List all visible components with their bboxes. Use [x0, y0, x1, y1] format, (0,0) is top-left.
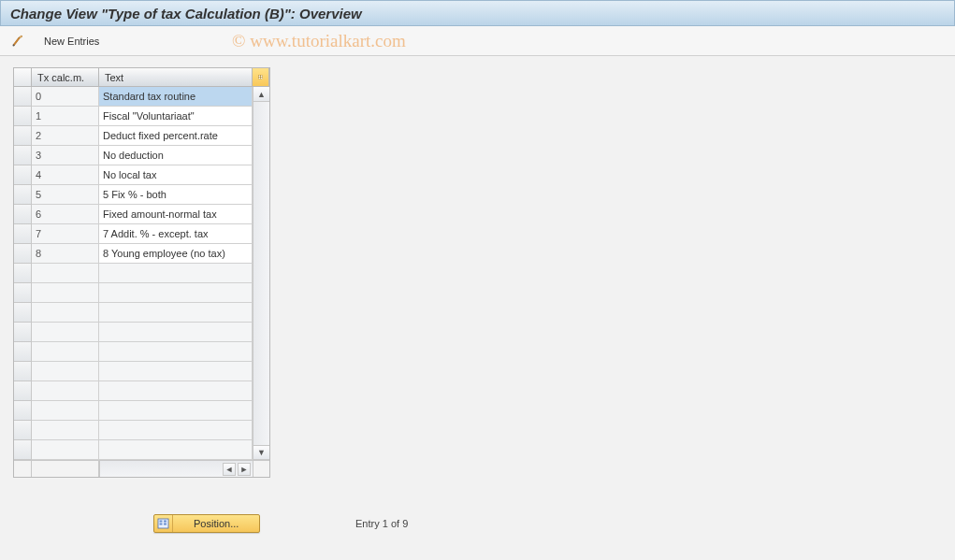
cell-text[interactable]: No local tax [99, 165, 253, 185]
cell-method[interactable] [32, 440, 99, 460]
title-bar: Change View "Type of tax Calculation (B)… [0, 0, 955, 26]
table-row: 1Fiscal "Voluntariaat" [14, 107, 253, 126]
cell-method[interactable]: 7 [32, 224, 99, 244]
cell-text[interactable] [99, 401, 253, 421]
scroll-left-button[interactable]: ◄ [223, 463, 236, 476]
table-row [14, 421, 253, 440]
scroll-track[interactable] [253, 102, 269, 445]
svg-rect-4 [261, 78, 263, 79]
svg-rect-9 [164, 524, 166, 525]
row-selector[interactable] [14, 205, 32, 224]
svg-rect-7 [160, 524, 163, 525]
cell-text[interactable] [99, 440, 253, 460]
table-row: 77 Addit. % - except. tax [14, 224, 253, 244]
row-selector[interactable] [14, 264, 32, 283]
cell-text[interactable] [99, 342, 253, 362]
cell-method[interactable] [32, 303, 99, 323]
toggle-display-icon[interactable] [7, 31, 30, 51]
cell-text[interactable]: 5 Fix % - both [99, 185, 253, 205]
cell-method[interactable]: 8 [32, 244, 99, 264]
content-area: Tx calc.m. Text 0Standard tax routine1Fi… [0, 56, 955, 490]
row-selector[interactable] [14, 362, 32, 381]
table-row [14, 381, 253, 401]
new-entries-button[interactable]: New Entries [36, 32, 108, 50]
cell-method[interactable] [32, 264, 99, 283]
table-row: 0Standard tax routine [14, 87, 253, 107]
cell-text[interactable] [99, 323, 253, 342]
table-row [14, 283, 253, 303]
cell-method[interactable] [32, 342, 99, 362]
cell-text[interactable] [99, 303, 253, 323]
row-selector[interactable] [14, 342, 32, 362]
cell-text[interactable] [99, 421, 253, 440]
svg-rect-6 [160, 521, 163, 523]
row-selector[interactable] [14, 244, 32, 264]
scroll-up-button[interactable]: ▲ [253, 87, 269, 102]
row-selector[interactable] [14, 185, 32, 205]
svg-rect-3 [258, 78, 260, 79]
cell-method[interactable]: 1 [32, 107, 99, 126]
cell-text[interactable] [99, 381, 253, 401]
cell-text[interactable] [99, 264, 253, 283]
row-selector[interactable] [14, 381, 32, 401]
cell-text[interactable]: Deduct fixed percent.rate [99, 126, 253, 146]
cell-method[interactable] [32, 283, 99, 303]
cell-method[interactable]: 4 [32, 165, 99, 185]
row-selector[interactable] [14, 323, 32, 342]
position-button[interactable]: Position... [153, 514, 260, 533]
table-row: 6Fixed amount-normal tax [14, 205, 253, 224]
cell-text[interactable]: Fiscal "Voluntariaat" [99, 107, 253, 126]
svg-rect-8 [164, 521, 166, 523]
cell-method[interactable] [32, 381, 99, 401]
position-button-label: Position... [173, 518, 259, 529]
toolbar: New Entries [0, 26, 955, 56]
row-selector[interactable] [14, 283, 32, 303]
horizontal-scrollbar[interactable]: ◄ ► [14, 460, 269, 477]
table-row: 88 Young employee (no tax) [14, 244, 253, 264]
vertical-scrollbar[interactable]: ▲ ▼ [253, 87, 269, 460]
position-icon [154, 515, 173, 532]
entry-status: Entry 1 of 9 [355, 518, 408, 529]
row-selector[interactable] [14, 165, 32, 185]
row-selector[interactable] [14, 401, 32, 421]
cell-text[interactable]: No deduction [99, 146, 253, 165]
row-selector[interactable] [14, 224, 32, 244]
row-selector[interactable] [14, 440, 32, 460]
scroll-down-button[interactable]: ▼ [253, 445, 269, 460]
cell-method[interactable]: 5 [32, 185, 99, 205]
row-selector[interactable] [14, 126, 32, 146]
cell-method[interactable]: 6 [32, 205, 99, 224]
table-row [14, 303, 253, 323]
row-selector[interactable] [14, 87, 32, 107]
cell-method[interactable] [32, 323, 99, 342]
cell-method[interactable]: 2 [32, 126, 99, 146]
cell-text[interactable]: Fixed amount-normal tax [99, 205, 253, 224]
row-selector[interactable] [14, 107, 32, 126]
cell-method[interactable] [32, 401, 99, 421]
cell-text[interactable]: 7 Addit. % - except. tax [99, 224, 253, 244]
table-row: 2Deduct fixed percent.rate [14, 126, 253, 146]
cell-method[interactable] [32, 362, 99, 381]
column-header-method[interactable]: Tx calc.m. [32, 68, 99, 87]
svg-point-0 [13, 44, 15, 46]
table-row [14, 440, 253, 460]
cell-method[interactable] [32, 421, 99, 440]
cell-text[interactable]: 8 Young employee (no tax) [99, 244, 253, 264]
select-all-header[interactable] [14, 68, 32, 87]
svg-rect-2 [261, 75, 263, 77]
cell-method[interactable]: 3 [32, 146, 99, 165]
table-config-button[interactable] [253, 68, 269, 87]
row-selector[interactable] [14, 303, 32, 323]
row-selector[interactable] [14, 146, 32, 165]
row-selector[interactable] [14, 421, 32, 440]
svg-rect-1 [258, 75, 260, 77]
cell-text[interactable]: Standard tax routine [99, 87, 253, 107]
table-row: 3No deduction [14, 146, 253, 165]
page-title: Change View "Type of tax Calculation (B)… [10, 6, 362, 22]
column-header-text[interactable]: Text [99, 68, 253, 87]
cell-method[interactable]: 0 [32, 87, 99, 107]
cell-text[interactable] [99, 362, 253, 381]
cell-text[interactable] [99, 283, 253, 303]
table-row [14, 362, 253, 381]
scroll-right-button[interactable]: ► [238, 463, 251, 476]
